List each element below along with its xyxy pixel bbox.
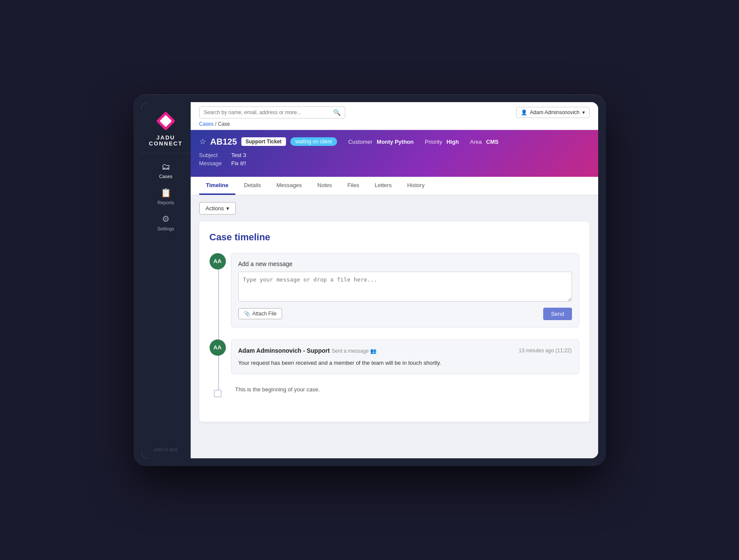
message-header: Adam Adminsonovich - Support Sent a mess… (238, 347, 572, 354)
compose-footer: 📎 Attach File Send (238, 308, 572, 320)
sidebar-item-settings[interactable]: ⚙ Settings (141, 209, 191, 236)
chevron-down-icon: ▾ (226, 205, 229, 212)
reports-icon: 📋 (161, 188, 171, 198)
actions-label: Actions (206, 205, 224, 212)
user-avatar-icon: 👤 (521, 109, 527, 115)
priority-value: High (447, 139, 459, 145)
tab-history[interactable]: History (400, 177, 431, 195)
breadcrumb-current: Case (218, 121, 230, 127)
sidebar-item-label: Cases (159, 174, 172, 179)
jadu-logo-icon (155, 110, 177, 132)
timeline-end-item: This is the beginning of your case. (231, 386, 579, 397)
breadcrumb: Cases / Case (199, 121, 590, 130)
message-label: Message (199, 160, 227, 166)
subject-value: Test 3 (231, 152, 246, 158)
tab-details[interactable]: Details (237, 177, 268, 195)
message-time: 13 minutes ago (11:22) (519, 348, 572, 354)
logo-area: JADU CONNECT (141, 102, 191, 154)
case-title-row: ☆ AB125 Support Ticket waiting on client… (199, 137, 590, 147)
timeline-line (218, 253, 219, 397)
priority-label: Priority (425, 139, 442, 145)
support-ticket-badge: Support Ticket (241, 137, 286, 146)
message-row: Message Fix it!! (199, 160, 590, 166)
breadcrumb-link[interactable]: Cases (199, 121, 214, 127)
tab-files[interactable]: Files (341, 177, 366, 195)
avatar-message: AA (210, 339, 226, 356)
case-fields: Subject Test 3 Message Fix it!! (199, 152, 590, 166)
case-id: AB125 (210, 137, 237, 147)
area-label: Area (470, 139, 482, 145)
tab-timeline[interactable]: Timeline (199, 177, 236, 195)
sidebar-item-label: Settings (157, 226, 174, 231)
subject-row: Subject Test 3 (199, 152, 590, 158)
timeline-title: Case timeline (210, 232, 579, 243)
device-frame: JADU CONNECT 🗂 Cases 📋 Reports ⚙ Setting… (134, 94, 606, 466)
area-value: CMS (486, 139, 499, 145)
timeline-end-text: This is the beginning of your case. (231, 386, 579, 393)
content-area: Actions ▾ Case timeline AA Add a new mes… (191, 195, 598, 458)
message-sender: Adam Adminsonovich - Support (238, 347, 330, 354)
tab-letters[interactable]: Letters (368, 177, 398, 195)
actions-button[interactable]: Actions ▾ (199, 202, 236, 215)
sidebar-footer: JADU © 2022 (154, 442, 177, 458)
paperclip-icon: 📎 (244, 311, 250, 317)
cases-icon: 🗂 (161, 162, 170, 172)
timeline-item-message: AA Adam Adminsonovich - Support Sent a m… (231, 339, 579, 375)
top-bar: 🔍 👤 Adam Adminsonovich ▾ Cases / Case (191, 102, 598, 130)
sidebar: JADU CONNECT 🗂 Cases 📋 Reports ⚙ Setting… (141, 102, 191, 458)
case-header: ☆ AB125 Support Ticket waiting on client… (191, 130, 598, 177)
attach-file-button[interactable]: 📎 Attach File (238, 308, 283, 319)
send-button[interactable]: Send (543, 308, 572, 320)
settings-icon: ⚙ (162, 214, 170, 224)
search-button[interactable]: 🔍 (333, 109, 341, 116)
star-icon[interactable]: ☆ (199, 137, 206, 146)
message-value: Fix it!! (231, 160, 246, 166)
search-box[interactable]: 🔍 (199, 106, 345, 118)
logo-text: JADU CONNECT (149, 135, 182, 147)
compose-label: Add a new message (238, 260, 572, 267)
avatar-compose: AA (210, 253, 226, 269)
subject-label: Subject (199, 152, 227, 158)
timeline-container: Case timeline AA Add a new message (199, 221, 590, 422)
sidebar-item-cases[interactable]: 🗂 Cases (141, 157, 191, 183)
timeline-end-marker (214, 390, 222, 397)
message-compose: Add a new message 📎 Attach File Send (231, 253, 579, 327)
main-content: 🔍 👤 Adam Adminsonovich ▾ Cases / Case (191, 102, 598, 458)
actions-row: Actions ▾ (199, 202, 590, 215)
message-card: Adam Adminsonovich - Support Sent a mess… (231, 339, 579, 375)
search-input[interactable] (204, 109, 333, 115)
status-badge: waiting on client (290, 137, 337, 146)
user-name: Adam Adminsonovich (530, 109, 579, 115)
attach-label: Attach File (252, 311, 277, 317)
chevron-down-icon: ▾ (582, 109, 585, 115)
timeline-item-compose: AA Add a new message 📎 Attach File Sen (231, 253, 579, 327)
tab-messages[interactable]: Messages (270, 177, 309, 195)
message-body: Your request has been received and a mem… (238, 359, 572, 367)
sidebar-item-label: Reports (158, 200, 174, 205)
tab-notes[interactable]: Notes (310, 177, 339, 195)
message-action: Sent a message 👥 (331, 348, 377, 354)
customer-label: Customer (348, 139, 372, 145)
user-menu-button[interactable]: 👤 Adam Adminsonovich ▾ (516, 107, 589, 118)
timeline-items: AA Add a new message 📎 Attach File Sen (210, 253, 579, 397)
customer-value: Monty Python (377, 139, 414, 145)
screen: JADU CONNECT 🗂 Cases 📋 Reports ⚙ Setting… (141, 102, 598, 458)
tabs-bar: Timeline Details Messages Notes Files Le… (191, 177, 598, 195)
message-input[interactable] (238, 272, 572, 302)
search-row: 🔍 👤 Adam Adminsonovich ▾ (199, 106, 590, 118)
message-sender-area: Adam Adminsonovich - Support Sent a mess… (238, 347, 377, 354)
sidebar-item-reports[interactable]: 📋 Reports (141, 183, 191, 209)
